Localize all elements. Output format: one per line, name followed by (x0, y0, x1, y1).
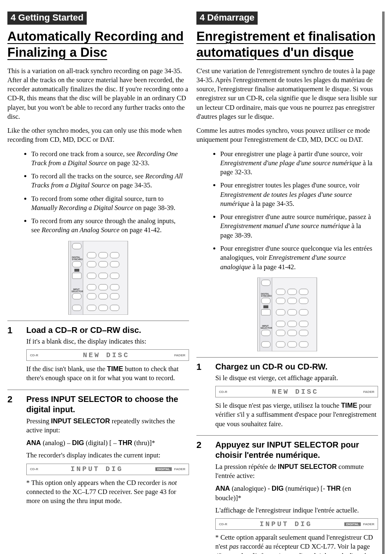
step-note: * This option only appears when the CD r… (26, 478, 189, 506)
step-1: 1 Load a CD–R or CD–RW disc. If it's a b… (7, 321, 189, 386)
svg-rect-50 (276, 342, 285, 347)
left-column: 4 Getting Started Automatically Recordin… (7, 12, 189, 554)
svg-rect-41 (299, 309, 308, 315)
svg-rect-31 (276, 289, 285, 295)
input-selector-label: INPUT SELECTOR (51, 417, 110, 425)
intro-paragraph: This is a variation on all-track synchro… (7, 67, 189, 122)
svg-rect-9 (110, 261, 119, 267)
right-column: 4 Démarrage Enregistrement et finalisati… (196, 12, 385, 554)
list-item: To record from any source through the an… (31, 217, 189, 235)
input-options-line: ANA (analog) – DIG (digital) [ – THR (th… (26, 438, 189, 448)
fader-label: FADER (174, 353, 185, 357)
svg-rect-43 (288, 321, 297, 327)
step-text: Pressing INPUT SELECTOR repeatedly switc… (26, 416, 189, 435)
svg-rect-3 (87, 252, 96, 258)
section-title: Enregistrement et finalisation automatiq… (196, 29, 378, 61)
lcd-text: NEW DISC (83, 351, 130, 359)
fader-label: FADER (363, 522, 374, 526)
lcd-display: CD-R INPUT DIG DIGITALFADER (215, 518, 378, 530)
svg-rect-51 (288, 342, 297, 347)
svg-rect-33 (299, 289, 308, 295)
disc-type-label: CD-R (30, 353, 38, 357)
svg-rect-32 (288, 289, 297, 295)
intro-paragraph: C'est une variation de l'enregistrement … (196, 67, 378, 122)
step-title: Chargez un CD-R ou CD-RW. (215, 362, 378, 372)
step-text: Si le disque est vierge, cet affichage a… (215, 374, 378, 383)
svg-rect-10 (72, 273, 81, 279)
chapter-badge: 4 Getting Started (7, 12, 87, 25)
lcd-text: NEW DISC (272, 388, 319, 396)
step-1: 1 Chargez un CD-R ou CD-RW. Si le disque… (196, 357, 378, 432)
svg-rect-18 (87, 293, 96, 299)
step-title: Appuyez sur INPUT SELECTOR pour choisir … (215, 440, 378, 460)
step-text: La pression répétée de INPUT SELECTOR co… (215, 462, 378, 481)
svg-rect-15 (99, 284, 108, 290)
time-button-label: TIME (341, 402, 357, 409)
svg-rect-13 (110, 273, 119, 279)
svg-rect-48 (299, 330, 308, 336)
svg-rect-21 (72, 305, 81, 311)
disc-type-label: CD-R (219, 522, 227, 526)
step-2: 2 Appuyez sur INPUT SELECTOR pour choisi… (196, 435, 378, 554)
lcd-display: CD-R NEW DISC FADER (26, 349, 189, 361)
list-item: To record all the tracks on the source, … (31, 172, 189, 190)
step-number: 1 (7, 325, 17, 386)
svg-rect-20 (110, 293, 119, 299)
step-number: 2 (196, 440, 206, 554)
svg-rect-7 (87, 261, 96, 267)
svg-rect-12 (99, 273, 108, 279)
step-text: L'affichage de l'enregistreur indique l'… (215, 506, 378, 515)
step-title: Load a CD–R or CD–RW disc. (26, 325, 189, 335)
bullet-list: Pour enregistrer une plage à partir d'un… (196, 150, 378, 272)
svg-rect-52 (299, 342, 308, 347)
svg-rect-14 (87, 284, 96, 290)
svg-rect-53 (263, 305, 268, 308)
step-text: Si le disque n'est pas vierge, utilisez … (215, 401, 378, 429)
svg-rect-40 (288, 309, 297, 315)
svg-rect-23 (99, 305, 108, 311)
svg-rect-22 (87, 305, 96, 311)
svg-rect-6 (72, 261, 81, 267)
svg-rect-30 (261, 280, 270, 286)
list-item: Pour enregistrer d'une autre source numé… (220, 212, 378, 240)
lcd-display: CD-R NEW DISC FADER (215, 386, 378, 397)
step-title: Press INPUT SELECTOR to choose the digit… (26, 394, 189, 415)
svg-rect-4 (99, 252, 108, 258)
svg-rect-8 (99, 261, 108, 267)
svg-rect-11 (87, 273, 96, 279)
fader-label: FADER (174, 467, 185, 471)
step-text: If it's a blank disc, the display indica… (26, 337, 189, 346)
svg-rect-42 (276, 321, 285, 327)
remote-illustration: DIGITALSYNCHRO INPUTSELECTOR (67, 241, 129, 315)
svg-rect-19 (99, 293, 108, 299)
svg-rect-35 (276, 298, 285, 304)
list-item: Pour enregistrer d'une source quelconque… (220, 244, 378, 272)
step-text: The recorder's display indicates the cur… (26, 451, 189, 460)
lcd-display: CD-R INPUT DIG DIGITALFADER (26, 464, 189, 475)
disc-type-label: CD-R (219, 390, 227, 394)
section-title: Automatically Recording and Finalizing a… (7, 29, 189, 61)
svg-rect-2 (72, 243, 81, 249)
svg-rect-34 (261, 298, 270, 304)
step-note: * Cette option apparaît seulement quand … (215, 533, 378, 554)
step-text: If the disc isn't blank, use the TIME bu… (26, 364, 189, 383)
svg-rect-37 (299, 298, 308, 304)
lcd-text: INPUT DIG (71, 465, 123, 473)
svg-rect-5 (110, 252, 119, 258)
svg-rect-25 (74, 269, 79, 272)
intro-paragraph-2: Comme les autres modes synchro, vous pou… (196, 126, 378, 145)
digital-badge: DIGITAL (155, 467, 171, 471)
svg-rect-36 (288, 298, 297, 304)
remote-illustration: DIGITALSYNCHRO INPUTSELECTOR (256, 277, 318, 351)
svg-rect-17 (72, 293, 81, 299)
svg-rect-38 (261, 309, 270, 315)
list-item: To record from some other digital source… (31, 194, 189, 213)
svg-rect-16 (110, 284, 119, 290)
chapter-badge: 4 Démarrage (196, 12, 258, 25)
svg-rect-45 (261, 330, 270, 336)
step-2: 2 Press INPUT SELECTOR to choose the dig… (7, 390, 189, 509)
intro-paragraph-2: Like the other synchro modes, you can on… (7, 126, 189, 145)
svg-rect-24 (110, 305, 119, 311)
step-number: 2 (7, 394, 17, 509)
svg-rect-44 (299, 321, 308, 327)
